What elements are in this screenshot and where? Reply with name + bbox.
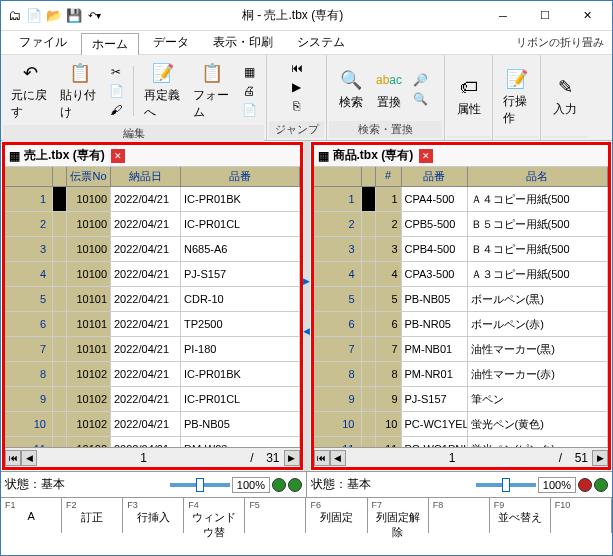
- col-num[interactable]: #: [376, 167, 402, 186]
- doc-icon[interactable]: 📄: [238, 101, 260, 119]
- cell[interactable]: PC-WC1PNK: [402, 437, 468, 447]
- cell[interactable]: 2022/04/21: [111, 212, 181, 236]
- scroll-left-end[interactable]: ⏮: [5, 450, 21, 466]
- scroll-left[interactable]: ◀: [21, 450, 37, 466]
- copy-icon[interactable]: 📄: [105, 82, 127, 100]
- table-row[interactable]: 5101012022/04/21CDR-10: [5, 287, 300, 312]
- table-row[interactable]: 1111PC-WC1PNK蛍光ペン(ピンク): [314, 437, 609, 447]
- menu-file[interactable]: ファイル: [9, 32, 77, 53]
- fkey-F7[interactable]: F7列固定解除: [368, 498, 429, 533]
- cell[interactable]: Ａ４コピー用紙(500: [468, 187, 609, 211]
- col-hinmei[interactable]: 品名: [468, 167, 609, 186]
- table-row[interactable]: 55PB-NB05ボールペン(黒): [314, 287, 609, 312]
- table-row[interactable]: 1101002022/04/21IC-PR01BK: [5, 187, 300, 212]
- cell[interactable]: 2022/04/21: [111, 412, 181, 436]
- cell[interactable]: IC-PR01BK: [181, 362, 300, 386]
- jump-goto-icon[interactable]: ⎘: [286, 97, 308, 115]
- table-row[interactable]: 3101002022/04/21N685-A6: [5, 237, 300, 262]
- cell[interactable]: PJ-S157: [181, 262, 300, 286]
- cell[interactable]: IC-PR01BK: [181, 187, 300, 211]
- cell[interactable]: 11: [376, 437, 402, 447]
- zoom-slider[interactable]: [170, 483, 230, 487]
- rownum-header[interactable]: [5, 167, 53, 186]
- cell[interactable]: CPA4-500: [402, 187, 468, 211]
- input-button[interactable]: ✎入力: [547, 73, 583, 120]
- save-icon[interactable]: 💾: [65, 7, 83, 25]
- fkey-F4[interactable]: F4ウィンドウ替: [184, 498, 245, 533]
- cell[interactable]: Ｂ４コピー用紙(500: [468, 237, 609, 261]
- splitter[interactable]: ▶◀: [304, 141, 310, 471]
- cell[interactable]: IC-PR01CL: [181, 387, 300, 411]
- cell[interactable]: 10100: [67, 237, 111, 261]
- cell[interactable]: ボールペン(赤): [468, 312, 609, 336]
- table-row[interactable]: 11CPA4-500Ａ４コピー用紙(500: [314, 187, 609, 212]
- cell[interactable]: 6: [376, 312, 402, 336]
- col-hinban2[interactable]: 品番: [402, 167, 468, 186]
- cell[interactable]: 油性マーカー(赤): [468, 362, 609, 386]
- table-row[interactable]: 33CPB4-500Ｂ４コピー用紙(500: [314, 237, 609, 262]
- undo-dropdown-icon[interactable]: ↶▾: [85, 7, 103, 25]
- table-row[interactable]: 22CPB5-500Ｂ５コピー用紙(500: [314, 212, 609, 237]
- close-button[interactable]: ✕: [566, 2, 608, 30]
- left-tab[interactable]: ▦売上.tbx (専有) ✕: [5, 145, 300, 167]
- ribbon-fold[interactable]: リボンの折り畳み: [516, 35, 604, 50]
- cell[interactable]: TP2500: [181, 312, 300, 336]
- col-denpyo[interactable]: 伝票No: [67, 167, 111, 186]
- cell[interactable]: 3: [376, 237, 402, 261]
- scroll-right[interactable]: ▶: [592, 450, 608, 466]
- cell[interactable]: 2022/04/21: [111, 287, 181, 311]
- cell[interactable]: 筆ペン: [468, 387, 609, 411]
- cell[interactable]: 2022/04/21: [111, 312, 181, 336]
- cell[interactable]: CPB5-500: [402, 212, 468, 236]
- open-icon[interactable]: 📂: [45, 7, 63, 25]
- cell[interactable]: 2022/04/21: [111, 362, 181, 386]
- table-row[interactable]: 77PM-NB01油性マーカー(黒): [314, 337, 609, 362]
- col-date[interactable]: 納品日: [111, 167, 181, 186]
- fkey-F5[interactable]: F5: [245, 498, 306, 533]
- table-row[interactable]: 11101022022/04/21DM-W03: [5, 437, 300, 447]
- fkey-F10[interactable]: F10: [551, 498, 612, 533]
- fkey-F3[interactable]: F3行挿入: [123, 498, 184, 533]
- cell[interactable]: 2022/04/21: [111, 337, 181, 361]
- menu-system[interactable]: システム: [287, 32, 355, 53]
- fkey-F2[interactable]: F2訂正: [62, 498, 123, 533]
- jump-next-icon[interactable]: ▶: [286, 78, 308, 96]
- cell[interactable]: 1: [376, 187, 402, 211]
- left-tab-close[interactable]: ✕: [111, 149, 125, 163]
- cell[interactable]: 10100: [67, 262, 111, 286]
- cell[interactable]: PM-NR01: [402, 362, 468, 386]
- cell[interactable]: 2022/04/21: [111, 387, 181, 411]
- menu-data[interactable]: データ: [143, 32, 199, 53]
- cell[interactable]: PB-NB05: [402, 287, 468, 311]
- fkey-F6[interactable]: F6列固定: [306, 498, 367, 533]
- cell[interactable]: 2: [376, 212, 402, 236]
- cell[interactable]: PC-WC1YEL: [402, 412, 468, 436]
- table-row[interactable]: 44CPA3-500Ａ３コピー用紙(500: [314, 262, 609, 287]
- new-icon[interactable]: 📄: [25, 7, 43, 25]
- cell[interactable]: PJ-S157: [402, 387, 468, 411]
- table-row[interactable]: 8101022022/04/21IC-PR01BK: [5, 362, 300, 387]
- cell[interactable]: 4: [376, 262, 402, 286]
- table-row[interactable]: 66PB-NR05ボールペン(赤): [314, 312, 609, 337]
- cell[interactable]: 8: [376, 362, 402, 386]
- right-tab-close[interactable]: ✕: [419, 149, 433, 163]
- scroll-right[interactable]: ▶: [284, 450, 300, 466]
- maximize-button[interactable]: ☐: [524, 2, 566, 30]
- paste-button[interactable]: 📋貼り付け: [56, 59, 103, 123]
- cell[interactable]: 2022/04/21: [111, 187, 181, 211]
- redefine-button[interactable]: 📝再定義へ: [140, 59, 187, 123]
- table-row[interactable]: 99PJ-S157筆ペン: [314, 387, 609, 412]
- cell[interactable]: CPB4-500: [402, 237, 468, 261]
- cell[interactable]: 10101: [67, 312, 111, 336]
- search-opt1-icon[interactable]: 🔎: [409, 71, 431, 89]
- table-row[interactable]: 2101002022/04/21IC-PR01CL: [5, 212, 300, 237]
- table-row[interactable]: 1010PC-WC1YEL蛍光ペン(黄色): [314, 412, 609, 437]
- attr-button[interactable]: 🏷属性: [451, 73, 487, 120]
- cell[interactable]: PB-NB05: [181, 412, 300, 436]
- table-row[interactable]: 9101022022/04/21IC-PR01CL: [5, 387, 300, 412]
- cell[interactable]: PB-NR05: [402, 312, 468, 336]
- cell[interactable]: PM-NB01: [402, 337, 468, 361]
- print-icon[interactable]: 🖨: [238, 82, 260, 100]
- cut-icon[interactable]: ✂: [105, 63, 127, 81]
- scroll-left-end[interactable]: ⏮: [314, 450, 330, 466]
